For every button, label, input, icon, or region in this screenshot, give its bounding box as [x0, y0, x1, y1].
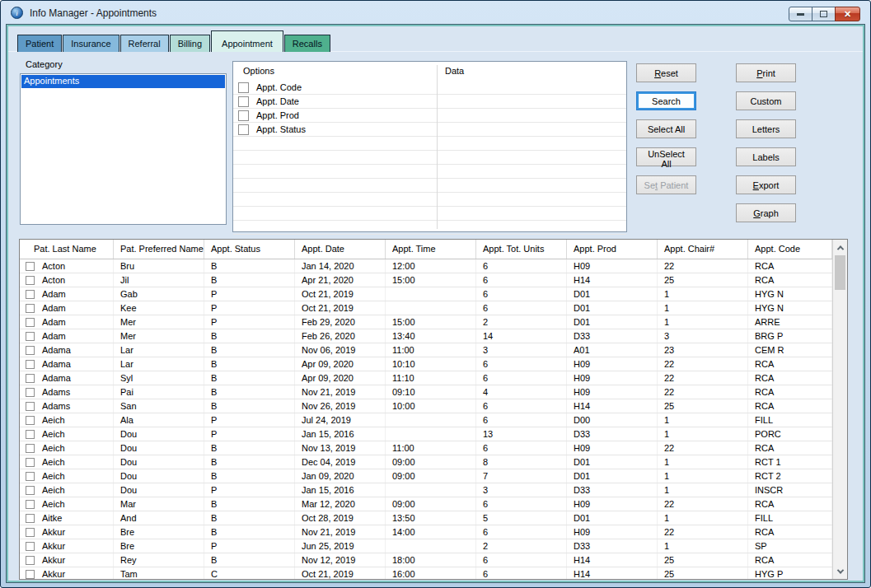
cell-appt-time: 11:00: [386, 441, 476, 455]
table-row[interactable]: ActonBruBJan 14, 202012:006H0922RCA: [20, 259, 832, 273]
options-row-empty: [233, 137, 626, 151]
column-header-appt-status[interactable]: Appt. Status: [204, 240, 295, 259]
table-row[interactable]: AeichMarBMar 12, 202009:006H0922RCA: [20, 497, 832, 511]
labels-button[interactable]: Labels: [736, 147, 796, 166]
row-checkbox[interactable]: [26, 402, 35, 411]
row-checkbox[interactable]: [26, 290, 35, 299]
search-button[interactable]: Search: [636, 91, 696, 110]
print-button[interactable]: Print: [736, 63, 796, 82]
category-listbox[interactable]: Appointments: [20, 73, 227, 225]
column-header-appt-prod[interactable]: Appt. Prod: [567, 240, 658, 259]
tab-referral[interactable]: Referral: [120, 35, 169, 52]
table-row[interactable]: AkkurBrePJun 25, 20192D331SP: [20, 539, 832, 553]
maximize-button[interactable]: [812, 7, 836, 21]
tab-billing[interactable]: Billing: [170, 35, 210, 52]
scrollbar-down-button[interactable]: [833, 564, 847, 578]
table-row[interactable]: AdamGabPOct 21, 20196D011HYG N: [20, 287, 832, 301]
custom-button[interactable]: Custom: [736, 91, 796, 110]
cell-pat-last-name: Akkur: [20, 525, 114, 539]
table-row[interactable]: AitkeAndBOct 28, 201913:505D011FILL: [20, 511, 832, 525]
cell-appt-date: Jun 25, 2019: [295, 539, 386, 553]
column-header-pat-preferred-name[interactable]: Pat. Preferred Name: [114, 240, 204, 259]
table-row[interactable]: AeichDouBJan 09, 202009:007D011RCT 2: [20, 469, 832, 483]
vertical-scrollbar[interactable]: [832, 240, 847, 579]
letters-button[interactable]: Letters: [736, 119, 796, 138]
row-checkbox[interactable]: [26, 374, 35, 383]
cell-appt-prod: D01: [567, 511, 658, 525]
table-row[interactable]: AeichDouBNov 13, 201911:006H0922RCA: [20, 441, 832, 455]
row-checkbox[interactable]: [26, 262, 35, 271]
row-checkbox[interactable]: [26, 416, 35, 425]
table-row[interactable]: AeichDouPJan 15, 201613D331PORC: [20, 427, 832, 441]
row-checkbox[interactable]: [26, 472, 35, 481]
row-checkbox[interactable]: [26, 444, 35, 453]
tab-insurance[interactable]: Insurance: [63, 35, 119, 52]
column-header-appt-date[interactable]: Appt. Date: [295, 240, 386, 259]
row-checkbox[interactable]: [26, 500, 35, 509]
row-checkbox[interactable]: [26, 388, 35, 397]
appt-code-checkbox[interactable]: [238, 82, 249, 93]
appt-date-checkbox[interactable]: [238, 96, 249, 107]
table-row[interactable]: AkkurTamCOct 21, 201916:006H1425HYG P: [20, 567, 832, 579]
unselect-all-button[interactable]: UnSelect All: [636, 147, 696, 166]
table-row[interactable]: AkkurBreBNov 21, 201914:006H0922RCA: [20, 525, 832, 539]
column-header-appt-chair[interactable]: Appt. Chair#: [658, 240, 748, 259]
cell-appt-code: SP: [748, 539, 832, 553]
row-checkbox[interactable]: [26, 304, 35, 313]
table-row[interactable]: AeichAlaPJul 24, 20196D001FILL: [20, 413, 832, 427]
row-checkbox[interactable]: [26, 430, 35, 439]
cell-appt-status: B: [204, 371, 295, 385]
table-row[interactable]: AdamMerBFeb 26, 202013:4014D333BRG P: [20, 329, 832, 343]
table-row[interactable]: AdamaLarBNov 06, 201911:003A0123CEM R: [20, 343, 832, 357]
column-header-appt-tot-units[interactable]: Appt. Tot. Units: [476, 240, 567, 259]
appt-prod-checkbox[interactable]: [238, 110, 249, 121]
table-row[interactable]: AdamKeePOct 21, 20196D011HYG N: [20, 301, 832, 315]
appt-status-checkbox[interactable]: [238, 124, 249, 135]
table-row[interactable]: AdamsPaiBNov 21, 201909:104H0922RCA: [20, 385, 832, 399]
column-header-appt-time[interactable]: Appt. Time: [386, 240, 476, 259]
scrollbar-thumb[interactable]: [835, 255, 845, 290]
close-button[interactable]: ✕: [835, 7, 860, 21]
row-checkbox[interactable]: [26, 528, 35, 537]
export-button[interactable]: Export: [736, 175, 796, 194]
table-row[interactable]: AdamaSylBApr 09, 202011:106H0922RCA: [20, 371, 832, 385]
cell-appt-date: Nov 13, 2019: [295, 441, 386, 455]
cell-appt-status: B: [204, 357, 295, 371]
table-row[interactable]: AeichDouBDec 04, 201909:008D011RCT 1: [20, 455, 832, 469]
row-checkbox[interactable]: [26, 360, 35, 369]
row-checkbox[interactable]: [26, 332, 35, 341]
tab-patient[interactable]: Patient: [17, 35, 62, 52]
row-checkbox[interactable]: [26, 486, 35, 495]
table-row[interactable]: ActonJilBApr 21, 202015:006H1425RCA: [20, 273, 832, 287]
column-header-appt-code[interactable]: Appt. Code: [748, 240, 832, 259]
table-row[interactable]: AkkurReyBNov 12, 201918:006H1425RCA: [20, 553, 832, 567]
graph-button[interactable]: Graph: [736, 203, 796, 222]
select-all-button[interactable]: Select All: [636, 119, 696, 138]
category-item-appointments[interactable]: Appointments: [21, 75, 225, 88]
window-controls: ✕: [789, 7, 860, 21]
cell-pat-last-name-text: Aeich: [42, 443, 65, 453]
row-checkbox[interactable]: [26, 276, 35, 285]
table-row[interactable]: AdamMerPFeb 29, 202015:002D011ARRE: [20, 315, 832, 329]
tab-recalls[interactable]: Recalls: [284, 35, 330, 52]
minimize-button[interactable]: [789, 7, 812, 21]
options-row-appt-code: Appt. Code: [233, 81, 626, 95]
table-row[interactable]: AdamsSanBNov 26, 201910:006H1425RCA: [20, 399, 832, 413]
option-label: Appt. Date: [256, 96, 299, 106]
row-checkbox[interactable]: [26, 346, 35, 355]
row-checkbox[interactable]: [26, 458, 35, 467]
cell-pat-last-name-text: Aeich: [42, 429, 65, 439]
cell-appt-status: P: [204, 539, 295, 553]
row-checkbox[interactable]: [26, 542, 35, 551]
table-row[interactable]: AeichDouPJan 15, 20163D331INSCR: [20, 483, 832, 497]
row-checkbox[interactable]: [26, 318, 35, 327]
row-checkbox[interactable]: [26, 556, 35, 565]
row-checkbox[interactable]: [26, 570, 35, 579]
scrollbar-up-button[interactable]: [833, 240, 847, 254]
cell-appt-chair: 25: [658, 399, 748, 413]
row-checkbox[interactable]: [26, 514, 35, 523]
column-header-pat-last-name[interactable]: Pat. Last Name: [20, 240, 114, 259]
table-row[interactable]: AdamaLarBApr 09, 202010:106H0922RCA: [20, 357, 832, 371]
tab-appointment[interactable]: Appointment: [211, 30, 283, 52]
reset-button[interactable]: Reset: [636, 63, 696, 82]
